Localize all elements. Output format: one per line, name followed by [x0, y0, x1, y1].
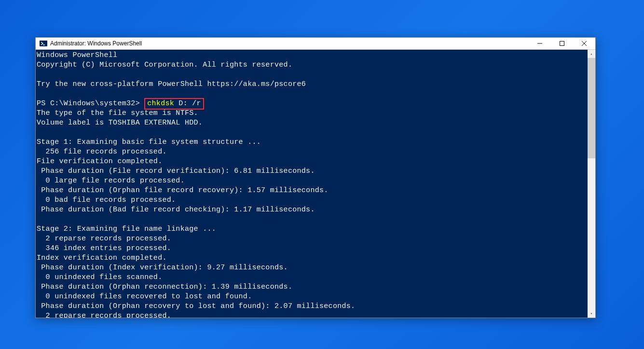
scroll-thumb[interactable]	[588, 58, 595, 158]
powershell-window: Administrator: Windows PowerShell Window…	[35, 37, 596, 318]
command-highlight: chkdsk D: /r	[144, 98, 204, 110]
maximize-button[interactable]	[551, 38, 573, 49]
output-line: 346 index entries processed.	[37, 244, 171, 252]
minimize-button[interactable]	[529, 38, 551, 49]
output-line: 0 unindexed files recovered to lost and …	[37, 293, 252, 301]
output-line: File verification completed.	[37, 157, 162, 166]
output-line: 0 unindexed files scanned.	[37, 273, 162, 281]
output-line: Stage 2: Examining file name linkage ...	[37, 225, 216, 233]
output-line: Phase duration (File record verification…	[37, 167, 315, 175]
output-line: Windows PowerShell	[37, 51, 117, 59]
output-line: Phase duration (Orphan file record recov…	[37, 186, 329, 195]
svg-rect-3	[560, 42, 564, 46]
output-line: 2 reparse records processed.	[37, 312, 171, 318]
output-line: 256 file records processed.	[37, 148, 167, 156]
vertical-scrollbar[interactable]: ▴ ▾	[588, 50, 595, 318]
output-line: Stage 1: Examining basic file system str…	[37, 138, 261, 146]
titlebar[interactable]: Administrator: Windows PowerShell	[36, 38, 595, 50]
scroll-down-arrow-icon[interactable]: ▾	[588, 309, 595, 318]
output-line: Phase duration (Orphan recovery to lost …	[37, 302, 355, 310]
command-name: chkdsk	[147, 99, 174, 108]
output-line: 2 reparse records processed.	[37, 235, 171, 243]
window-controls	[529, 38, 595, 49]
output-line: 0 large file records processed.	[37, 177, 185, 185]
terminal-area: Windows PowerShell Copyright (C) Microso…	[36, 50, 595, 318]
output-line: Phase duration (Bad file record checking…	[37, 206, 315, 214]
output-line: Copyright (C) Microsoft Corporation. All…	[37, 61, 292, 69]
output-line: 0 bad file records processed.	[37, 196, 176, 204]
output-line: Phase duration (Orphan reconnection): 1.…	[37, 283, 292, 291]
output-line: Index verification completed.	[37, 254, 167, 262]
scroll-up-arrow-icon[interactable]: ▴	[588, 50, 595, 58]
output-line: Try the new cross-platform PowerShell ht…	[37, 80, 306, 88]
output-line: Phase duration (Index verification): 9.2…	[37, 264, 288, 272]
output-line: Volume label is TOSHIBA EXTERNAL HDD.	[37, 119, 203, 127]
window-title: Administrator: Windows PowerShell	[50, 40, 142, 47]
output-line: The type of the file system is NTFS.	[37, 109, 198, 117]
command-args: D: /r	[174, 99, 201, 108]
powershell-icon	[40, 40, 47, 47]
close-button[interactable]	[573, 38, 595, 49]
prompt-text: PS C:\Windows\system32>	[37, 99, 144, 108]
terminal-output[interactable]: Windows PowerShell Copyright (C) Microso…	[36, 50, 588, 318]
scroll-track[interactable]	[588, 58, 595, 309]
